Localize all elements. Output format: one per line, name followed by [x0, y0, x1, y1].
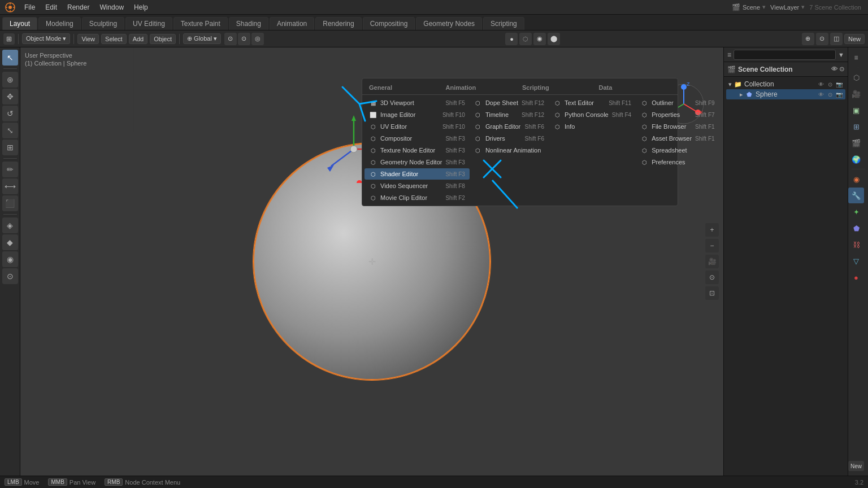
tab-rendering[interactable]: Rendering [315, 17, 361, 30]
proportional[interactable]: ◎ [251, 33, 264, 45]
prop-active-object[interactable]: ⬡ [848, 69, 864, 85]
tab-sculpting[interactable]: Sculpting [82, 17, 124, 30]
object-menu[interactable]: Object [150, 34, 176, 44]
menu-graph-editor[interactable]: ⬡ Graph Editor Shift F6 [470, 121, 549, 132]
prop-render-tab[interactable]: 🎥 [848, 86, 864, 102]
prop-particle-tab[interactable]: ✦ [848, 204, 864, 220]
new-btn[interactable]: New [844, 34, 865, 44]
add-cube-tool[interactable]: ⬛ [2, 195, 18, 211]
sphere-eye[interactable]: 👁 [817, 90, 825, 98]
extra-tool2[interactable]: ◆ [2, 234, 18, 250]
extra-tool4[interactable]: ⊙ [2, 268, 18, 284]
menu-drivers[interactable]: ⬡ Drivers Shift F6 [470, 133, 549, 144]
menu-asset-browser[interactable]: ⬡ Asset Browser Shift F1 [636, 133, 719, 144]
scene-selector[interactable]: 🎬 Scene ▾ [732, 3, 766, 11]
menu-window[interactable]: Window [96, 2, 128, 12]
menu-texture-node[interactable]: ⬡ Texture Node Editor Shift F3 [364, 145, 470, 156]
move-tool[interactable]: ✥ [2, 89, 18, 104]
prop-material-tab[interactable]: ● [848, 269, 864, 285]
viewport-shade-mat[interactable]: ◉ [533, 33, 546, 45]
zoom-in-btn[interactable]: + [705, 223, 719, 237]
annotate-tool[interactable]: ✏ [2, 162, 18, 177]
outliner-search[interactable] [734, 50, 836, 60]
select-tool[interactable]: ↖ [2, 50, 18, 66]
filter-btn[interactable]: ▼ [838, 51, 844, 58]
menu-render[interactable]: Render [63, 2, 93, 12]
tab-uv-editing[interactable]: UV Editing [125, 17, 172, 30]
prop-editor-type[interactable]: ≡ [848, 50, 864, 66]
editor-type-button[interactable]: ⊞ [3, 33, 15, 45]
menu-info[interactable]: ⬡ Info [549, 121, 636, 132]
visibility-eye[interactable]: 👁 [831, 66, 837, 73]
tab-geometry-nodes[interactable]: Geometry Nodes [416, 17, 482, 30]
menu-outliner[interactable]: ⬡ Outliner Shift F9 [636, 97, 719, 108]
menu-nla[interactable]: ⬡ Nonlinear Animation [470, 145, 549, 156]
tab-texture-paint[interactable]: Texture Paint [173, 17, 228, 30]
collection-eye[interactable]: 👁 [817, 80, 825, 88]
tab-shading[interactable]: Shading [229, 17, 268, 30]
zoom-out-btn[interactable]: − [705, 239, 719, 252]
menu-compositor[interactable]: ⬡ Compositor Shift F3 [364, 133, 470, 144]
prop-physics-tab[interactable]: ⬟ [848, 220, 864, 236]
tab-compositing[interactable]: Compositing [363, 17, 415, 30]
view-local-btn[interactable]: ⊡ [705, 286, 719, 300]
prop-constraint-tab[interactable]: ⛓ [848, 237, 864, 252]
menu-movie-clip[interactable]: ⬡ Movie Clip Editor Shift F2 [364, 192, 470, 203]
view-menu[interactable]: View [77, 34, 99, 44]
overlay-btn[interactable]: ⊙ [816, 33, 828, 45]
menu-help[interactable]: Help [130, 2, 152, 12]
menu-spreadsheet[interactable]: ⬡ Spreadsheet [636, 145, 719, 156]
prop-view-layer-tab[interactable]: ⊞ [848, 119, 864, 134]
outliner-restrict[interactable]: ⊙ [839, 66, 844, 73]
sphere-render[interactable]: 📷 [835, 90, 843, 98]
cursor-tool[interactable]: ⊕ [2, 72, 18, 88]
menu-video-sequencer[interactable]: ⬡ Video Sequencer Shift F8 [364, 180, 470, 191]
select-menu[interactable]: Select [101, 34, 127, 44]
menu-timeline[interactable]: ⬡ Timeline Shift F12 [470, 109, 549, 120]
view-all-btn[interactable]: ⊙ [705, 271, 719, 284]
rotate-tool[interactable]: ↺ [2, 106, 18, 121]
menu-text-editor[interactable]: ⬡ Text Editor Shift F11 [549, 97, 636, 108]
menu-file-browser[interactable]: ⬡ File Browser Shift F1 [636, 121, 719, 132]
x-snap[interactable]: ⊙ [224, 33, 237, 45]
prop-modifier-tab[interactable]: 🔧 [848, 188, 864, 203]
menu-edit[interactable]: Edit [41, 2, 61, 12]
global-local-btn[interactable]: ⊕ Global ▾ [183, 33, 221, 44]
menu-uv-editor[interactable]: ⬡ UV Editor Shift F10 [364, 121, 470, 132]
menu-preferences[interactable]: ⬡ Preferences [636, 156, 719, 168]
tree-item-sphere[interactable]: ▸ ⬟ Sphere 👁 ⊙ 📷 [726, 89, 845, 99]
extra-tool3[interactable]: ◉ [2, 251, 18, 267]
menu-shader-editor[interactable]: ⬡ Shader Editor Shift F3 [364, 168, 470, 180]
collection-render[interactable]: 📷 [835, 80, 843, 88]
viewport-shade-wire[interactable]: ◌ [519, 33, 532, 45]
blender-logo[interactable] [5, 2, 16, 13]
prop-object-tab[interactable]: ◉ [848, 171, 864, 187]
menu-geometry-node[interactable]: ⬡ Geometry Node Editor Shift F3 [364, 156, 470, 168]
measure-tool[interactable]: ⟷ [2, 178, 18, 194]
extra-tool1[interactable]: ◈ [2, 217, 18, 233]
gizmo-btn[interactable]: ⊕ [802, 33, 814, 45]
menu-properties[interactable]: ⬡ Properties Shift F7 [636, 109, 719, 120]
menu-dope-sheet[interactable]: ⬡ Dope Sheet Shift F12 [470, 97, 549, 108]
new-material-btn[interactable]: New [848, 461, 864, 471]
xray-btn[interactable]: ◫ [830, 33, 843, 45]
viewport-shade-render[interactable]: ⬤ [548, 33, 560, 45]
prop-data-tab[interactable]: ▽ [848, 253, 864, 269]
tree-item-collection[interactable]: ▾ 📁 Collection 👁 ⊙ 📷 [726, 79, 845, 89]
scale-tool[interactable]: ⤡ [2, 123, 18, 138]
menu-file[interactable]: File [20, 2, 39, 12]
add-menu[interactable]: Add [129, 34, 148, 44]
collection-restrict[interactable]: ⊙ [826, 80, 834, 88]
outliner-editor-icon[interactable]: ≡ [727, 51, 731, 59]
prop-scene-tab[interactable]: 🎬 [848, 135, 864, 151]
sphere-select[interactable]: ⊙ [826, 90, 834, 98]
view-camera-btn[interactable]: 🎥 [705, 255, 719, 268]
tab-layout[interactable]: Layout [2, 17, 37, 30]
menu-image-editor[interactable]: ⬜ Image Editor Shift F10 [364, 109, 470, 120]
prop-world-tab[interactable]: 🌍 [848, 151, 864, 167]
magnet-snap[interactable]: ⊙ [238, 33, 250, 45]
menu-3d-viewport[interactable]: ▦ 3D Viewport Shift F5 [364, 97, 470, 108]
tab-scripting[interactable]: Scripting [483, 17, 524, 30]
menu-python-console[interactable]: ⬡ Python Console Shift F4 [549, 109, 636, 120]
tab-animation[interactable]: Animation [270, 17, 314, 30]
